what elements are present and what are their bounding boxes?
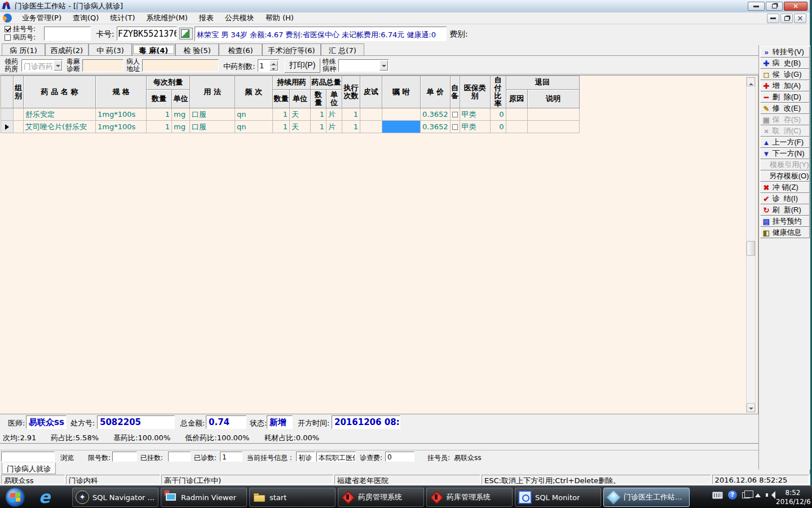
- self-provided-checkbox[interactable]: [452, 124, 458, 130]
- tab-lab-test[interactable]: 检 验(5): [175, 43, 219, 55]
- tab-medical-record[interactable]: 病 历(1): [2, 43, 45, 55]
- cell-drug-name[interactable]: 舒乐安定: [24, 108, 96, 121]
- cell-self-provided[interactable]: [450, 108, 460, 121]
- reg-number-checkbox[interactable]: [5, 26, 11, 32]
- self-provided-checkbox[interactable]: [452, 112, 458, 117]
- card-reader-icon[interactable]: [179, 28, 193, 40]
- start-button[interactable]: [6, 488, 25, 507]
- mdi-minimize-button[interactable]: [767, 14, 779, 23]
- menu-query[interactable]: 查询(Q): [67, 12, 104, 24]
- taskbar-item-drug-store-system[interactable]: 药库管理系统: [426, 488, 513, 507]
- tray-expand-icon[interactable]: [755, 493, 761, 497]
- cell-total-qty[interactable]: 1: [311, 108, 326, 121]
- menu-maintenance[interactable]: 系统维护(M): [140, 12, 193, 24]
- taskbar-item-start-folder[interactable]: start: [249, 488, 336, 507]
- cell-dur-qty[interactable]: 1: [273, 121, 290, 133]
- tab-surgery-treatment[interactable]: 手术治疗等(6): [262, 43, 321, 55]
- finish-visit-button[interactable]: ✔诊 结(I): [760, 193, 810, 204]
- cell-self-provided[interactable]: [450, 121, 460, 133]
- health-info-button[interactable]: ◧健康信息: [760, 227, 810, 238]
- cell-refund-note[interactable]: [527, 108, 579, 121]
- tab-outpatient-visit[interactable]: 门诊病人就诊: [2, 463, 56, 474]
- transfer-registration-button[interactable]: »转挂号(V): [760, 46, 810, 58]
- menu-reports[interactable]: 报表: [193, 12, 219, 24]
- menu-common-modules[interactable]: 公共模块: [219, 12, 260, 24]
- vertical-scrollbar[interactable]: [746, 77, 756, 413]
- cell-usage[interactable]: 口服: [190, 121, 235, 133]
- taskbar-item-sql-monitor[interactable]: SQL Monitor: [515, 488, 601, 507]
- cell-total-unit[interactable]: 片: [326, 121, 342, 133]
- cell-refund-reason[interactable]: [506, 108, 527, 121]
- cell-self-pay-ratio[interactable]: 0: [490, 121, 506, 133]
- cell-dose-qty[interactable]: 1: [147, 121, 172, 133]
- registration-appointment-button[interactable]: ▤挂号预约: [760, 216, 810, 227]
- refresh-button[interactable]: ↻刷 新(R): [760, 204, 810, 216]
- minimize-button[interactable]: [748, 2, 765, 11]
- speaker-icon[interactable]: [766, 491, 775, 499]
- cell-total-qty[interactable]: 1: [311, 121, 326, 133]
- tab-narcotics[interactable]: 毒 麻(4): [132, 43, 175, 55]
- cell-self-pay-ratio[interactable]: 0: [490, 108, 506, 121]
- cell-dose-unit[interactable]: mg: [172, 108, 190, 121]
- cell-frequency[interactable]: qn: [235, 108, 273, 121]
- pharmacy-dropdown[interactable]: 门诊西药: [21, 59, 63, 72]
- cell-dur-qty[interactable]: 1: [273, 108, 290, 121]
- mdi-close-button[interactable]: ✕: [794, 14, 806, 23]
- cell-advice-selected[interactable]: [382, 121, 421, 133]
- cell-exec-times[interactable]: 1: [342, 108, 360, 121]
- case-number-input[interactable]: [44, 27, 91, 41]
- next-prescription-button[interactable]: ▼下一方(N): [760, 148, 810, 159]
- cell-insurance-class[interactable]: 甲类: [460, 121, 490, 133]
- taskbar-item-pharmacy-system[interactable]: 药房管理系统: [338, 488, 424, 507]
- scroll-up-icon[interactable]: [747, 77, 755, 86]
- save-as-template-button[interactable]: 另存模板(O): [760, 170, 810, 182]
- menu-help[interactable]: 帮助 (H): [260, 12, 299, 24]
- narcotic-diagnosis-input[interactable]: [82, 59, 123, 72]
- restore-button[interactable]: [766, 2, 783, 11]
- display-icon[interactable]: [742, 492, 750, 498]
- taskbar-item-sql-navigator[interactable]: ✦ SQL Navigator ...: [72, 488, 158, 507]
- taskbar-item-doctor-workstation[interactable]: 门诊医生工作站...: [603, 488, 690, 507]
- previous-prescription-button[interactable]: ▲上一方(F): [760, 137, 810, 148]
- tab-western-medicine[interactable]: 西成药(2): [45, 43, 89, 55]
- reverse-button[interactable]: ✖冲 销(Z): [760, 182, 810, 193]
- case-number-checkbox[interactable]: [5, 34, 11, 41]
- patient-address-input[interactable]: [142, 59, 219, 72]
- cell-dur-unit[interactable]: 天: [290, 108, 311, 121]
- tab-summary[interactable]: 汇 总(7): [321, 43, 364, 55]
- cell-dose-unit[interactable]: mg: [172, 121, 190, 133]
- tab-chinese-medicine[interactable]: 中 药(3): [89, 43, 132, 55]
- cell-total-unit[interactable]: 片: [326, 108, 342, 121]
- waiting-list-button[interactable]: ◻候 诊(G): [760, 69, 810, 80]
- cell-advice[interactable]: [382, 108, 421, 121]
- cell-refund-reason[interactable]: [506, 121, 527, 133]
- delete-button[interactable]: ━删 除(D): [760, 91, 810, 103]
- dose-count-spinner[interactable]: 1: [258, 59, 279, 72]
- cell-usage[interactable]: 口服: [190, 108, 235, 121]
- help-tray-icon[interactable]: ?: [728, 491, 737, 500]
- spinner-up-icon[interactable]: [270, 60, 278, 65]
- cell-spec[interactable]: 1mg*100s: [96, 108, 147, 121]
- cell-frequency[interactable]: qn: [235, 121, 273, 133]
- add-button[interactable]: ✚增 加(A): [760, 80, 810, 91]
- menu-statistics[interactable]: 统计(T): [104, 12, 140, 24]
- cell-skin-test[interactable]: [360, 121, 382, 133]
- taskbar-clock[interactable]: 8:52 2016/12/6: [776, 488, 810, 506]
- cell-unit-price[interactable]: 0.3652: [421, 121, 451, 133]
- scroll-down-icon[interactable]: [747, 403, 755, 412]
- mdi-restore-button[interactable]: [780, 14, 793, 23]
- modify-button[interactable]: ✎修 改(E): [760, 103, 810, 114]
- card-number-input[interactable]: FZYBK55213762: [117, 27, 177, 41]
- table-row[interactable]: 舒乐安定 1mg*100s 1 mg 口服 qn 1 天 1 片 1 0.365…: [1, 108, 580, 121]
- taskbar-item-radmin-viewer[interactable]: R Radmin Viewer: [161, 488, 247, 507]
- spinner-down-icon[interactable]: [270, 65, 278, 71]
- internet-explorer-icon[interactable]: e: [35, 488, 54, 506]
- cell-dose-qty[interactable]: 1: [147, 108, 172, 121]
- menu-business[interactable]: 业务管理(P): [16, 12, 67, 24]
- keyboard-icon[interactable]: [712, 492, 723, 499]
- cell-drug-name[interactable]: 艾司唑仑片(舒乐安: [24, 121, 96, 133]
- medical-history-button[interactable]: ✚病 史(B): [760, 58, 810, 69]
- table-row[interactable]: 艾司唑仑片(舒乐安 1mg*100s 1 mg 口服 qn 1 天 1 片 1 …: [1, 121, 580, 133]
- cell-dur-unit[interactable]: 天: [290, 121, 311, 133]
- special-disease-dropdown[interactable]: [338, 59, 389, 72]
